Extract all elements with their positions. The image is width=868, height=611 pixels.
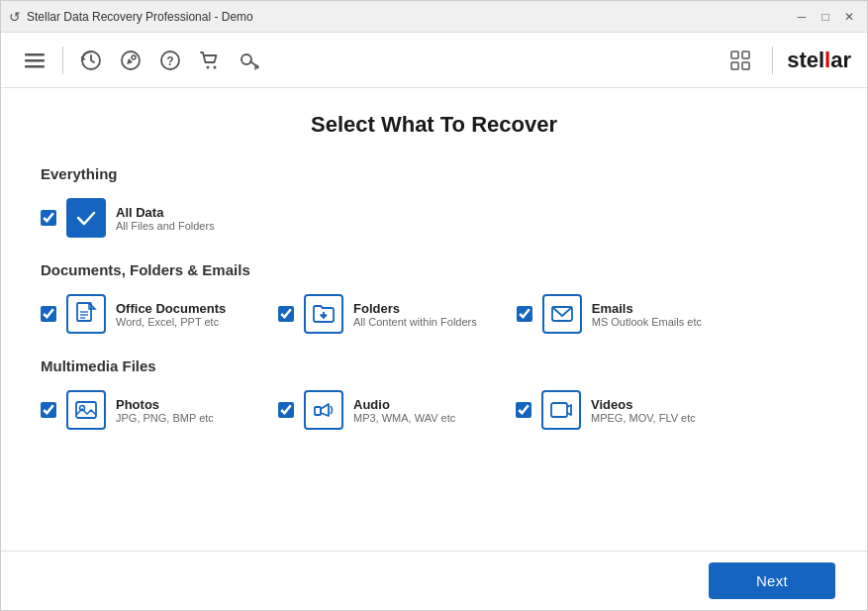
history-icon[interactable]	[73, 43, 109, 78]
emails-icon	[542, 294, 582, 334]
emails-name: Emails	[592, 301, 702, 316]
svg-rect-1	[25, 59, 45, 62]
folders-name: Folders	[353, 301, 477, 316]
logo-text: stellar	[787, 48, 851, 73]
emails-row: Emails MS Outlook Emails etc	[517, 294, 715, 334]
audio-checkbox[interactable]	[278, 402, 294, 418]
close-button[interactable]: ✕	[839, 7, 859, 27]
toolbar-right: stellar	[723, 43, 851, 78]
title-bar-left: ↺ Stellar Data Recovery Professional - D…	[9, 9, 253, 25]
photos-desc: JPG, PNG, BMP etc	[116, 412, 214, 424]
section-documents: Documents, Folders & Emails Office Docum…	[41, 261, 827, 334]
office-documents-desc: Word, Excel, PPT etc	[116, 316, 226, 328]
title-bar-controls[interactable]: ─ □ ✕	[792, 7, 859, 27]
folders-row: Folders All Content within Folders	[278, 294, 477, 334]
photos-icon	[66, 390, 106, 430]
page-title: Select What To Recover	[41, 112, 827, 138]
svg-rect-2	[25, 65, 45, 68]
videos-desc: MPEG, MOV, FLV etc	[591, 412, 696, 424]
audio-name: Audio	[353, 397, 455, 412]
folders-icon	[304, 294, 343, 334]
videos-info: Videos MPEG, MOV, FLV etc	[591, 397, 696, 424]
folders-desc: All Content within Folders	[353, 316, 477, 328]
photos-checkbox[interactable]	[41, 402, 56, 418]
emails-desc: MS Outlook Emails etc	[592, 316, 702, 328]
help-icon[interactable]: ?	[152, 43, 188, 78]
grid-icon[interactable]	[723, 43, 758, 78]
audio-info: Audio MP3, WMA, WAV etc	[353, 397, 455, 424]
title-bar-title: Stellar Data Recovery Professional - Dem…	[27, 10, 253, 24]
section-title-documents: Documents, Folders & Emails	[41, 261, 827, 278]
all-data-name: All Data	[116, 205, 215, 220]
audio-icon	[304, 390, 343, 430]
main-content: Select What To Recover Everything All Da…	[1, 88, 867, 551]
toolbar-separator-2	[772, 47, 773, 74]
section-everything: Everything All Data All Files and Folder…	[41, 165, 827, 238]
office-documents-row: Office Documents Word, Excel, PPT etc	[41, 294, 239, 334]
key-icon[interactable]	[232, 43, 267, 78]
videos-name: Videos	[591, 397, 696, 412]
toolbar-separator	[62, 47, 63, 74]
svg-rect-24	[551, 403, 567, 417]
toolbar-left: ?	[17, 43, 267, 78]
title-bar: ↺ Stellar Data Recovery Professional - D…	[1, 1, 867, 33]
minimize-button[interactable]: ─	[792, 7, 812, 27]
multimedia-grid: Photos JPG, PNG, BMP etc Audio MP3, WMA,…	[41, 390, 827, 430]
svg-rect-11	[731, 51, 738, 58]
photos-row: Photos JPG, PNG, BMP etc	[41, 390, 239, 430]
section-title-everything: Everything	[41, 165, 827, 182]
photos-info: Photos JPG, PNG, BMP etc	[116, 397, 214, 424]
menu-icon[interactable]	[17, 43, 52, 78]
folders-info: Folders All Content within Folders	[353, 301, 477, 328]
all-data-info: All Data All Files and Folders	[116, 205, 215, 232]
back-arrow-icon: ↺	[9, 9, 21, 25]
audio-desc: MP3, WMA, WAV etc	[353, 412, 455, 424]
svg-rect-21	[76, 402, 96, 418]
audio-row: Audio MP3, WMA, WAV etc	[278, 390, 476, 430]
svg-rect-12	[742, 51, 749, 58]
videos-checkbox[interactable]	[516, 402, 531, 418]
all-data-row: All Data All Files and Folders	[41, 198, 827, 238]
stellar-logo: stellar	[787, 48, 851, 73]
all-data-checkbox[interactable]	[41, 210, 56, 226]
svg-rect-0	[25, 53, 45, 56]
office-documents-icon	[66, 294, 106, 334]
office-documents-info: Office Documents Word, Excel, PPT etc	[116, 301, 226, 328]
videos-icon	[541, 390, 581, 430]
section-multimedia: Multimedia Files Photos JPG, PNG, BMP et…	[41, 357, 827, 430]
toolbar: ? st	[1, 33, 867, 88]
svg-rect-13	[731, 62, 738, 69]
office-documents-name: Office Documents	[116, 301, 226, 316]
edit-icon[interactable]	[113, 43, 148, 78]
emails-info: Emails MS Outlook Emails etc	[592, 301, 702, 328]
office-documents-checkbox[interactable]	[41, 306, 56, 322]
folders-checkbox[interactable]	[278, 306, 294, 322]
svg-point-8	[207, 65, 210, 68]
section-title-multimedia: Multimedia Files	[41, 357, 827, 374]
svg-text:?: ?	[166, 54, 173, 68]
svg-point-10	[241, 54, 251, 64]
all-data-icon	[66, 198, 106, 238]
svg-rect-14	[742, 62, 749, 69]
svg-point-5	[132, 55, 136, 59]
documents-grid: Office Documents Word, Excel, PPT etc Fo	[41, 294, 827, 334]
cart-icon[interactable]	[192, 43, 228, 78]
emails-checkbox[interactable]	[517, 306, 532, 322]
footer: Next	[1, 551, 867, 610]
svg-point-9	[214, 65, 217, 68]
all-data-desc: All Files and Folders	[116, 220, 215, 232]
videos-row: Videos MPEG, MOV, FLV etc	[516, 390, 714, 430]
photos-name: Photos	[116, 397, 214, 412]
maximize-button[interactable]: □	[816, 7, 835, 27]
next-button[interactable]: Next	[709, 562, 835, 599]
